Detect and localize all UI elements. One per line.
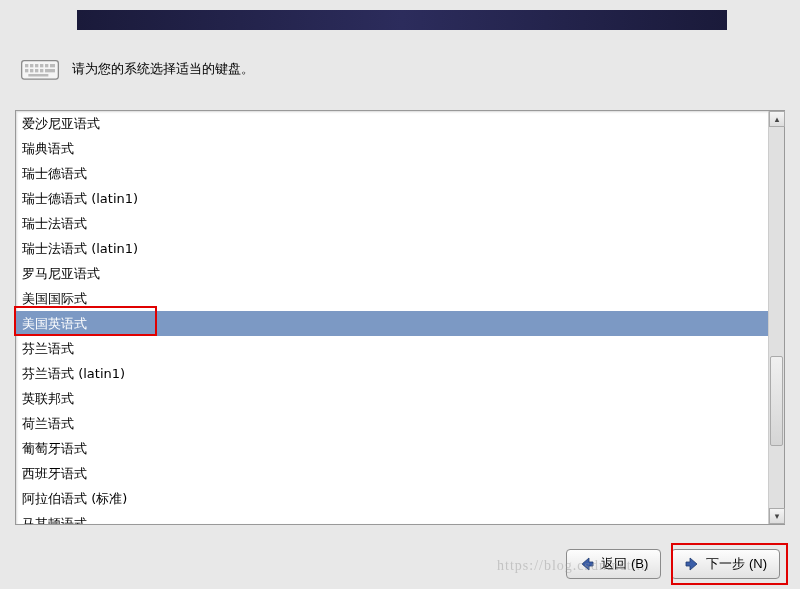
list-item[interactable]: 爱沙尼亚语式 bbox=[16, 111, 768, 136]
svg-rect-3 bbox=[35, 64, 38, 67]
scroll-thumb[interactable] bbox=[770, 356, 783, 446]
list-item[interactable]: 芬兰语式 bbox=[16, 336, 768, 361]
list-item[interactable]: 美国英语式 bbox=[16, 311, 768, 336]
svg-rect-5 bbox=[45, 64, 48, 67]
scroll-down-button[interactable]: ▾ bbox=[769, 508, 785, 524]
arrow-left-icon bbox=[579, 556, 595, 572]
list-item[interactable]: 瑞士德语式 bbox=[16, 161, 768, 186]
list-item[interactable]: 葡萄牙语式 bbox=[16, 436, 768, 461]
list-item[interactable]: 马其顿语式 bbox=[16, 511, 768, 524]
prompt-text: 请为您的系统选择适当的键盘。 bbox=[72, 60, 254, 78]
svg-rect-7 bbox=[25, 69, 28, 72]
back-button[interactable]: 返回 (B) bbox=[566, 549, 661, 579]
list-item[interactable]: 罗马尼亚语式 bbox=[16, 261, 768, 286]
scrollbar[interactable]: ▴ ▾ bbox=[768, 111, 784, 524]
arrow-right-icon bbox=[684, 556, 700, 572]
list-item[interactable]: 瑞典语式 bbox=[16, 136, 768, 161]
button-row: 返回 (B) 下一步 (N) bbox=[566, 549, 780, 579]
list-item[interactable]: 西班牙语式 bbox=[16, 461, 768, 486]
list-item[interactable]: 瑞士法语式 (latin1) bbox=[16, 236, 768, 261]
svg-rect-1 bbox=[25, 64, 28, 67]
back-button-label: 返回 (B) bbox=[601, 555, 648, 573]
header-banner bbox=[77, 10, 727, 30]
keyboard-icon bbox=[20, 55, 60, 83]
next-button-label: 下一步 (N) bbox=[706, 555, 767, 573]
list-item[interactable]: 美国国际式 bbox=[16, 286, 768, 311]
svg-rect-2 bbox=[30, 64, 33, 67]
svg-rect-6 bbox=[50, 64, 55, 67]
list-item[interactable]: 荷兰语式 bbox=[16, 411, 768, 436]
svg-rect-4 bbox=[40, 64, 43, 67]
keyboard-list: 爱沙尼亚语式瑞典语式瑞士德语式瑞士德语式 (latin1)瑞士法语式瑞士法语式 … bbox=[15, 110, 785, 525]
svg-rect-12 bbox=[28, 74, 48, 77]
list-item[interactable]: 芬兰语式 (latin1) bbox=[16, 361, 768, 386]
svg-rect-9 bbox=[35, 69, 38, 72]
scroll-up-button[interactable]: ▴ bbox=[769, 111, 785, 127]
scroll-track[interactable] bbox=[769, 127, 784, 508]
next-button[interactable]: 下一步 (N) bbox=[671, 549, 780, 579]
list-item[interactable]: 瑞士法语式 bbox=[16, 211, 768, 236]
prompt-row: 请为您的系统选择适当的键盘。 bbox=[20, 55, 254, 83]
list-item[interactable]: 阿拉伯语式 (标准) bbox=[16, 486, 768, 511]
svg-rect-8 bbox=[30, 69, 33, 72]
list-item[interactable]: 瑞士德语式 (latin1) bbox=[16, 186, 768, 211]
svg-rect-10 bbox=[40, 69, 43, 72]
svg-rect-11 bbox=[45, 69, 55, 72]
list-item[interactable]: 英联邦式 bbox=[16, 386, 768, 411]
